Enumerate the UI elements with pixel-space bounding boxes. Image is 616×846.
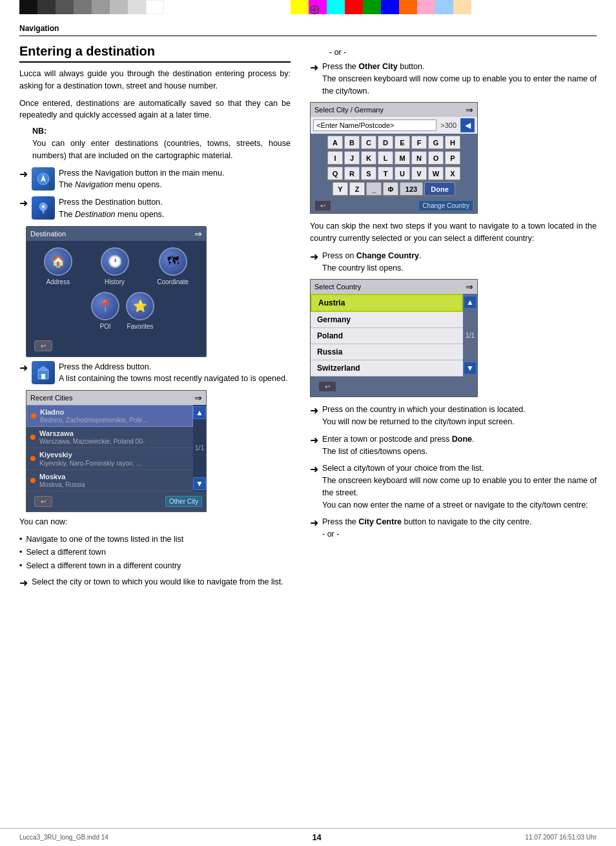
country-select-indicator: ⇒ — [466, 282, 473, 292]
recent-city-warszawa[interactable]: Warszawa Warszawa, Mazowieckie, Poland 0… — [26, 427, 193, 448]
destination-back-button[interactable]: ↩ — [34, 340, 52, 351]
key-D[interactable]: D — [378, 136, 393, 150]
recent-back-button[interactable]: ↩ — [34, 496, 52, 507]
country-scroll-down[interactable]: ▼ — [464, 362, 477, 375]
country-item-germany[interactable]: Germany — [311, 312, 463, 328]
step-1-text: Press the Navigation button in the main … — [59, 167, 291, 192]
favorites-icon-block: ⭐ Favorites — [126, 292, 154, 330]
favorites-label: Favorites — [127, 323, 153, 330]
country-item-switzerland[interactable]: Switzerland — [311, 360, 463, 377]
other-city-button[interactable]: Other City — [165, 496, 202, 507]
destination-screen-header: Destination ⇒ — [26, 227, 206, 241]
key-T[interactable]: T — [378, 167, 393, 181]
recent-city-moskva[interactable]: Moskva Moskva, Russia — [26, 470, 193, 491]
key-M[interactable]: M — [395, 151, 410, 165]
recent-city-dot — [30, 478, 36, 483]
key-B[interactable]: B — [344, 136, 360, 150]
country-item-poland[interactable]: Poland — [311, 328, 463, 344]
country-back-button[interactable]: ↩ — [318, 381, 336, 392]
key-Q[interactable]: Q — [327, 167, 343, 181]
keyboard-keys: A B C D E F G H I J K L M — [311, 134, 477, 198]
step-5-text: Press the Other City button. The onscree… — [322, 61, 597, 97]
poi-icon-block: 📍 POI — [91, 292, 119, 330]
destination-screen: Destination ⇒ 🏠 Address 🕐 History 🗺 Coor… — [26, 226, 207, 357]
country-select-title: Select Country — [314, 283, 361, 291]
recent-city-dot — [30, 435, 36, 440]
recent-city-sub: Bedrino, Zachodniopomorskie, Pole... — [40, 417, 148, 424]
country-select-screen: Select Country ⇒ Austria Germany Poland … — [310, 279, 478, 397]
step-10: ➜ Press the City Centre button to naviga… — [310, 516, 597, 541]
key-H[interactable]: H — [445, 136, 460, 150]
scroll-down-arrow[interactable]: ▼ — [193, 477, 206, 490]
recent-city-name: Moskva — [39, 473, 85, 481]
bullet-text: Navigate to one of the towns listed in t… — [26, 533, 291, 546]
step-4: ➜ Select the city or town to which you w… — [19, 576, 291, 589]
keyboard-input-field[interactable]: <Enter Name/Postcode> — [313, 119, 436, 131]
key-L[interactable]: L — [378, 151, 393, 165]
country-list-wrapper: Austria Germany Poland Russia Switzerlan… — [311, 294, 477, 377]
step-7-arrow: ➜ — [310, 404, 318, 417]
key-U[interactable]: U — [395, 167, 410, 181]
page-number: 14 — [312, 832, 321, 842]
country-scroll-up[interactable]: ▲ — [464, 296, 477, 309]
recent-city-details: Kiyevskiy Kiyevskiy, Naro-Fominskiy rayo… — [39, 451, 141, 466]
key-R[interactable]: R — [344, 167, 360, 181]
poi-icon: 📍 — [91, 292, 119, 320]
coordinate-icon: 🗺 — [159, 247, 187, 276]
key-N[interactable]: N — [411, 151, 427, 165]
key-O[interactable]: O — [428, 151, 444, 165]
step-8-arrow: ➜ — [310, 434, 318, 446]
or-text-1: - or - — [310, 48, 597, 57]
key-F[interactable]: F — [411, 136, 427, 150]
step-1: ➜ Press the Navigation button in the mai… — [19, 167, 291, 192]
key-Y[interactable]: Y — [333, 182, 348, 196]
key-phi[interactable]: Φ — [383, 182, 398, 196]
recent-city-kladno[interactable]: Kladno Bedrino, Zachodniopomorskie, Pole… — [26, 405, 193, 427]
key-done[interactable]: Done — [424, 182, 455, 196]
keyboard-row-4: Y Z _ Φ 123 Done — [313, 182, 475, 196]
destination-icons-row2: 📍 POI ⭐ Favorites — [26, 292, 206, 335]
country-item-austria[interactable]: Austria — [311, 294, 463, 312]
step-6-text: Press on Change Country. The country lis… — [322, 250, 597, 274]
address-icon-block: 🏠 Address — [44, 247, 72, 285]
step-7: ➜ Press on the country in which your des… — [310, 404, 597, 428]
history-icon-block: 🕐 History — [101, 247, 129, 285]
step-4-text: Select the city or town to which you wou… — [32, 576, 291, 588]
key-I[interactable]: I — [327, 151, 343, 165]
country-page-num: 1/1 — [466, 332, 475, 339]
key-G[interactable]: G — [428, 136, 444, 150]
recent-page-num: 1/1 — [195, 444, 204, 451]
key-underscore[interactable]: _ — [366, 182, 382, 196]
recent-cities-list: Kladno Bedrino, Zachodniopomorskie, Pole… — [26, 405, 206, 491]
key-A[interactable]: A — [327, 136, 343, 150]
step-10-arrow: ➜ — [310, 517, 318, 529]
keyboard-input-row: <Enter Name/Postcode> >300 ◀ — [311, 117, 477, 134]
key-P[interactable]: P — [445, 151, 460, 165]
keyboard-header: Select City / Germany ⇒ — [311, 103, 477, 117]
change-country-button[interactable]: Change Country — [418, 200, 473, 211]
key-J[interactable]: J — [344, 151, 360, 165]
step-6-arrow: ➜ — [310, 251, 318, 263]
scroll-up-arrow[interactable]: ▲ — [193, 406, 206, 419]
key-Z[interactable]: Z — [349, 182, 365, 196]
step-8-text: Enter a town or postcode and press Done.… — [322, 433, 597, 458]
key-E[interactable]: E — [395, 136, 410, 150]
poi-label: POI — [99, 323, 110, 330]
keyboard-back-button[interactable]: ↩ — [314, 200, 331, 211]
step-1-arrow: ➜ — [19, 168, 28, 180]
key-X[interactable]: X — [445, 167, 460, 181]
key-K[interactable]: K — [361, 151, 376, 165]
right-column: - or - ➜ Press the Other City button. Th… — [310, 44, 597, 594]
destination-screen-indicator: ⇒ — [194, 229, 202, 239]
key-123[interactable]: 123 — [400, 182, 423, 196]
key-W[interactable]: W — [428, 167, 444, 181]
country-item-russia[interactable]: Russia — [311, 344, 463, 360]
keyboard-backspace-button[interactable]: ◀ — [460, 118, 475, 132]
keyboard-indicator: ⇒ — [466, 105, 473, 115]
footer-left: Lucca3_3RU_long_GB.indd 14 — [19, 834, 108, 841]
key-C[interactable]: C — [361, 136, 376, 150]
recent-city-name: Kiyevskiy — [39, 451, 141, 459]
recent-city-kiyevskiy[interactable]: Kiyevskiy Kiyevskiy, Naro-Fominskiy rayo… — [26, 448, 193, 469]
key-V[interactable]: V — [411, 167, 427, 181]
key-S[interactable]: S — [361, 167, 376, 181]
